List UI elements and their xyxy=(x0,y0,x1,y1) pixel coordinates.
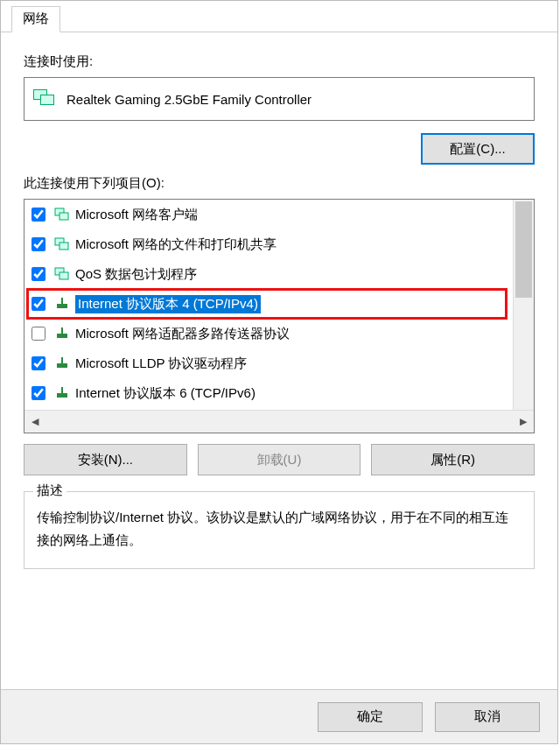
tab-network[interactable]: 网络 xyxy=(11,6,60,32)
network-icon xyxy=(54,355,70,371)
adapter-icon xyxy=(33,89,56,109)
network-icon xyxy=(54,326,70,341)
adapter-box[interactable]: Realtek Gaming 2.5GbE Family Controller xyxy=(24,77,535,121)
dialog-content: 连接时使用: Realtek Gaming 2.5GbE Family Cont… xyxy=(1,32,557,569)
dialog-footer: 确定 取消 xyxy=(1,689,557,743)
item-checkbox[interactable] xyxy=(32,267,46,281)
svg-rect-3 xyxy=(60,243,68,250)
monitor-icon xyxy=(54,266,70,282)
install-button[interactable]: 安装(N)... xyxy=(24,444,187,475)
item-label: Microsoft 网络适配器多路传送器协议 xyxy=(75,326,290,342)
item-label: Internet 协议版本 4 (TCP/IPv4) xyxy=(75,295,261,313)
svg-rect-1 xyxy=(60,213,68,220)
item-checkbox[interactable] xyxy=(32,297,46,311)
svg-rect-5 xyxy=(60,272,68,279)
list-item[interactable]: Internet 协议版本 4 (TCP/IPv4) xyxy=(24,289,534,319)
list-item[interactable]: Microsoft 网络的文件和打印机共享 xyxy=(24,229,534,259)
monitor-icon xyxy=(54,207,70,222)
items-listbox[interactable]: Microsoft 网络客户端Microsoft 网络的文件和打印机共享QoS … xyxy=(24,199,535,433)
svg-rect-7 xyxy=(61,298,63,305)
description-groupbox: 描述 传输控制协议/Internet 协议。该协议是默认的广域网络协议，用于在不… xyxy=(24,491,535,569)
item-label: Internet 协议版本 6 (TCP/IPv6) xyxy=(75,385,256,402)
connect-using-label: 连接时使用: xyxy=(24,53,535,70)
scroll-left-icon[interactable]: ◀ xyxy=(24,411,46,433)
tab-strip: 网络 xyxy=(1,1,557,32)
list-item[interactable]: Microsoft 网络客户端 xyxy=(24,200,534,229)
monitor-icon xyxy=(54,236,70,252)
description-legend: 描述 xyxy=(33,482,66,499)
item-label: QoS 数据包计划程序 xyxy=(75,266,197,283)
item-checkbox[interactable] xyxy=(32,208,46,222)
item-label: Microsoft 网络的文件和打印机共享 xyxy=(75,236,276,253)
item-label: Microsoft LLDP 协议驱动程序 xyxy=(75,355,247,372)
network-icon xyxy=(54,296,70,312)
network-icon xyxy=(54,385,70,401)
uninstall-button: 卸载(U) xyxy=(198,444,361,475)
list-item[interactable]: Microsoft LLDP 协议驱动程序 xyxy=(24,348,534,378)
configure-button[interactable]: 配置(C)... xyxy=(421,133,535,165)
properties-button[interactable]: 属性(R) xyxy=(371,444,535,475)
description-text: 传输控制协议/Internet 协议。该协议是默认的广域网络协议，用于在不同的相… xyxy=(37,506,522,551)
adapter-name: Realtek Gaming 2.5GbE Family Controller xyxy=(66,92,312,107)
list-item[interactable]: Microsoft 网络适配器多路传送器协议 xyxy=(24,319,534,348)
item-checkbox[interactable] xyxy=(32,356,46,370)
svg-rect-11 xyxy=(61,357,63,364)
horizontal-scrollbar[interactable]: ◀ ▶ xyxy=(24,410,534,433)
item-checkbox[interactable] xyxy=(32,327,46,341)
items-label: 此连接使用下列项目(O): xyxy=(24,175,535,192)
item-checkbox[interactable] xyxy=(32,386,46,400)
cancel-button[interactable]: 取消 xyxy=(435,702,540,732)
scroll-right-icon[interactable]: ▶ xyxy=(513,411,534,433)
item-checkbox[interactable] xyxy=(32,237,46,251)
svg-rect-9 xyxy=(61,327,63,334)
item-label: Microsoft 网络客户端 xyxy=(75,207,198,223)
svg-rect-13 xyxy=(61,387,63,394)
ok-button[interactable]: 确定 xyxy=(318,702,423,732)
list-item[interactable]: Internet 协议版本 6 (TCP/IPv6) xyxy=(24,378,534,408)
list-item[interactable]: QoS 数据包计划程序 xyxy=(24,259,534,289)
properties-dialog: 网络 连接时使用: Realtek Gaming 2.5GbE Family C… xyxy=(0,0,558,744)
vertical-scrollbar[interactable] xyxy=(513,200,534,410)
